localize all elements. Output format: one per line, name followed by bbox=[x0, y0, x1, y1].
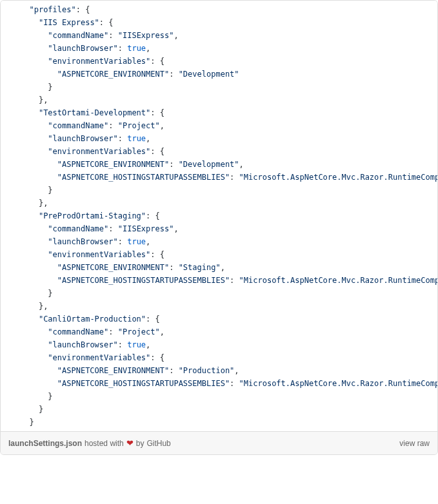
line-number[interactable] bbox=[1, 93, 20, 106]
line-content: "environmentVariables": { bbox=[20, 55, 437, 68]
code-scroll-area[interactable]: "profiles": { "IIS Express": { "commandN… bbox=[1, 1, 437, 431]
line-number[interactable] bbox=[1, 81, 20, 93]
line-number[interactable] bbox=[1, 16, 20, 29]
code-table: "profiles": { "IIS Express": { "commandN… bbox=[1, 3, 437, 429]
code-line: "commandName": "Project", bbox=[1, 119, 437, 132]
code-line: "launchBrowser": true, bbox=[1, 42, 437, 55]
code-line: "profiles": { bbox=[1, 3, 437, 16]
code-line: "launchBrowser": true, bbox=[1, 235, 437, 248]
code-line: }, bbox=[1, 300, 437, 313]
line-content: }, bbox=[20, 300, 437, 313]
line-number[interactable] bbox=[1, 145, 20, 158]
code-line: "ASPNETCORE_ENVIRONMENT": "Staging", bbox=[1, 261, 437, 274]
code-line: "environmentVariables": { bbox=[1, 351, 437, 364]
code-line: "ASPNETCORE_HOSTINGSTARTUPASSEMBLIES": "… bbox=[1, 274, 437, 287]
line-content: "ASPNETCORE_ENVIRONMENT": "Development" bbox=[20, 68, 437, 81]
line-number[interactable] bbox=[1, 42, 20, 55]
code-line: "environmentVariables": { bbox=[1, 145, 437, 158]
line-number[interactable] bbox=[1, 287, 20, 300]
code-line: } bbox=[1, 287, 437, 300]
line-content: "commandName": "IISExpress", bbox=[20, 29, 437, 42]
line-content: } bbox=[20, 81, 437, 93]
code-line: "commandName": "IISExpress", bbox=[1, 222, 437, 235]
code-line: "ASPNETCORE_HOSTINGSTARTUPASSEMBLIES": "… bbox=[1, 171, 437, 184]
line-number[interactable] bbox=[1, 261, 20, 274]
line-content: "ASPNETCORE_ENVIRONMENT": "Production", bbox=[20, 364, 437, 377]
line-number[interactable] bbox=[1, 55, 20, 68]
code-line: "CanliOrtam-Production": { bbox=[1, 313, 437, 325]
line-number[interactable] bbox=[1, 171, 20, 184]
line-number[interactable] bbox=[1, 364, 20, 377]
line-number[interactable] bbox=[1, 132, 20, 145]
line-content: "launchBrowser": true, bbox=[20, 235, 437, 248]
code-line: "commandName": "IISExpress", bbox=[1, 29, 437, 42]
line-number[interactable] bbox=[1, 158, 20, 171]
filename-link[interactable]: launchSettings.json bbox=[8, 439, 82, 448]
line-content: "environmentVariables": { bbox=[20, 145, 437, 158]
line-content: } bbox=[20, 403, 437, 416]
line-number[interactable] bbox=[1, 300, 20, 313]
line-number[interactable] bbox=[1, 325, 20, 338]
line-content: "PreProdOrtami-Staging": { bbox=[20, 209, 437, 222]
line-number[interactable] bbox=[1, 119, 20, 132]
line-number[interactable] bbox=[1, 106, 20, 119]
line-content: "commandName": "Project", bbox=[20, 119, 437, 132]
code-line: }, bbox=[1, 197, 437, 209]
hosted-with-text: hosted with bbox=[85, 439, 124, 448]
code-line: "ASPNETCORE_ENVIRONMENT": "Development" bbox=[1, 68, 437, 81]
line-number[interactable] bbox=[1, 184, 20, 197]
line-content: "profiles": { bbox=[20, 3, 437, 16]
code-line: }, bbox=[1, 93, 437, 106]
line-number[interactable] bbox=[1, 222, 20, 235]
line-number[interactable] bbox=[1, 313, 20, 325]
view-raw-link[interactable]: view raw bbox=[399, 439, 430, 448]
line-number[interactable] bbox=[1, 248, 20, 261]
by-text: by bbox=[136, 439, 144, 448]
line-content: "commandName": "Project", bbox=[20, 325, 437, 338]
line-content: }, bbox=[20, 197, 437, 209]
code-line: } bbox=[1, 184, 437, 197]
line-number[interactable] bbox=[1, 235, 20, 248]
line-content: "launchBrowser": true, bbox=[20, 132, 437, 145]
footer-left: launchSettings.json hosted with ❤ by Git… bbox=[8, 438, 171, 448]
line-content: "ASPNETCORE_ENVIRONMENT": "Staging", bbox=[20, 261, 437, 274]
line-number[interactable] bbox=[1, 338, 20, 351]
code-line: "commandName": "Project", bbox=[1, 325, 437, 338]
line-content: }, bbox=[20, 93, 437, 106]
line-number[interactable] bbox=[1, 351, 20, 364]
code-line: } bbox=[1, 390, 437, 403]
line-content: } bbox=[20, 390, 437, 403]
line-number[interactable] bbox=[1, 29, 20, 42]
line-content: } bbox=[20, 184, 437, 197]
line-number[interactable] bbox=[1, 377, 20, 390]
code-line: "environmentVariables": { bbox=[1, 248, 437, 261]
code-line: "ASPNETCORE_ENVIRONMENT": "Production", bbox=[1, 364, 437, 377]
line-content: "IIS Express": { bbox=[20, 16, 437, 29]
line-number[interactable] bbox=[1, 3, 20, 16]
line-content: "ASPNETCORE_HOSTINGSTARTUPASSEMBLIES": "… bbox=[20, 171, 437, 184]
code-line: "launchBrowser": true, bbox=[1, 132, 437, 145]
line-content: } bbox=[20, 416, 437, 429]
line-content: "ASPNETCORE_HOSTINGSTARTUPASSEMBLIES": "… bbox=[20, 377, 437, 390]
line-content: "CanliOrtam-Production": { bbox=[20, 313, 437, 325]
code-line: "PreProdOrtami-Staging": { bbox=[1, 209, 437, 222]
line-content: } bbox=[20, 287, 437, 300]
gist-footer: launchSettings.json hosted with ❤ by Git… bbox=[1, 431, 437, 454]
code-line: "ASPNETCORE_HOSTINGSTARTUPASSEMBLIES": "… bbox=[1, 377, 437, 390]
line-content: "launchBrowser": true, bbox=[20, 338, 437, 351]
code-line: } bbox=[1, 81, 437, 93]
code-line: } bbox=[1, 416, 437, 429]
line-content: "TestOrtami-Development": { bbox=[20, 106, 437, 119]
line-number[interactable] bbox=[1, 209, 20, 222]
line-number[interactable] bbox=[1, 390, 20, 403]
line-number[interactable] bbox=[1, 416, 20, 429]
line-content: "launchBrowser": true, bbox=[20, 42, 437, 55]
code-line: "ASPNETCORE_ENVIRONMENT": "Development", bbox=[1, 158, 437, 171]
line-number[interactable] bbox=[1, 197, 20, 209]
line-number[interactable] bbox=[1, 274, 20, 287]
github-link[interactable]: GitHub bbox=[146, 439, 170, 448]
code-line: "TestOrtami-Development": { bbox=[1, 106, 437, 119]
line-number[interactable] bbox=[1, 403, 20, 416]
line-number[interactable] bbox=[1, 68, 20, 81]
line-content: "environmentVariables": { bbox=[20, 248, 437, 261]
